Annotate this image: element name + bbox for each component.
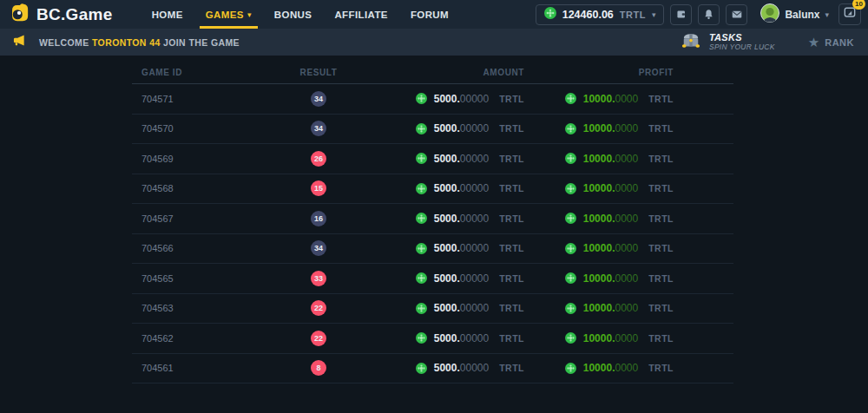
username-label: Balunx	[785, 9, 819, 21]
coin-icon	[416, 123, 427, 134]
game-id-cell: 704565	[132, 273, 271, 284]
game-id-cell: 704569	[132, 154, 271, 164]
amount-value: 5000.	[434, 182, 460, 194]
chevron-down-icon: ▾	[652, 10, 656, 19]
result-badge: 16	[311, 211, 326, 226]
amount-currency: TRTL	[499, 123, 524, 134]
top-header: BC.Game HOME GAMES ▾ BONUS AFFILIATE FOR…	[0, 0, 868, 29]
rank-label: RANK	[825, 37, 854, 48]
amount-value: 5000.	[434, 362, 460, 374]
profit-value: 10000.	[583, 153, 615, 165]
coin-icon	[565, 123, 576, 134]
profit-decimals: 0000	[615, 332, 638, 344]
profit-decimals: 0000	[615, 302, 638, 314]
column-header-game-id: GAME ID	[132, 68, 271, 77]
chat-button[interactable]: 10	[838, 3, 861, 25]
amount-decimals: 00000	[460, 182, 489, 194]
nav-forum[interactable]: FORUM	[399, 0, 460, 29]
result-badge: 8	[311, 360, 326, 376]
tasks-widget[interactable]: TASKS SPIN YOUR LUCK	[680, 31, 775, 54]
profit-decimals: 0000	[615, 93, 638, 105]
profit-value: 10000.	[583, 213, 615, 225]
profit-decimals: 0000	[615, 242, 638, 254]
coin-icon	[565, 153, 576, 164]
profit-currency: TRTL	[648, 243, 674, 253]
game-id-cell: 704567	[132, 213, 271, 224]
profit-value: 10000.	[583, 362, 615, 374]
profit-decimals: 0000	[615, 122, 638, 134]
announcement-message: WELCOME TORONTON 44 JOIN THE GAME	[12, 34, 240, 50]
profit-decimals: 0000	[615, 153, 638, 165]
chat-unread-badge: 10	[852, 0, 865, 10]
profit-decimals: 0000	[615, 182, 638, 194]
game-id-cell: 704571	[132, 94, 271, 104]
nav-home[interactable]: HOME	[141, 0, 194, 29]
table-row[interactable]: 704570 34 5000. 00000 TRTL	[132, 115, 733, 145]
amount-currency: TRTL	[499, 303, 524, 313]
amount-currency: TRTL	[499, 154, 524, 164]
balance-selector[interactable]: 124460.06 TRTL ▾	[536, 4, 665, 25]
wallet-button[interactable]	[670, 4, 692, 25]
profit-decimals: 0000	[615, 272, 638, 285]
coin-icon	[416, 153, 427, 164]
table-row[interactable]: 704562 22 5000. 00000 TRTL	[132, 324, 733, 354]
amount-currency: TRTL	[499, 273, 524, 284]
header-right: 124460.06 TRTL ▾	[536, 3, 861, 26]
rank-widget[interactable]: ★ RANK	[808, 36, 856, 49]
chevron-down-icon: ▾	[247, 10, 252, 19]
profit-currency: TRTL	[648, 333, 674, 344]
mail-icon	[731, 9, 743, 20]
table-row[interactable]: 704566 34 5000. 00000 TRTL	[132, 234, 733, 265]
notifications-button[interactable]	[698, 4, 720, 25]
bets-table: GAME ID RESULT AMOUNT PROFIT 704571 34 5…	[132, 61, 733, 384]
column-header-amount: AMOUNT	[366, 68, 524, 77]
result-badge: 26	[311, 151, 326, 167]
profit-value: 10000.	[583, 272, 615, 285]
amount-currency: TRTL	[499, 333, 524, 344]
main-nav: HOME GAMES ▾ BONUS AFFILIATE FORUM	[141, 0, 460, 29]
amount-decimals: 00000	[460, 272, 489, 285]
result-badge: 34	[311, 91, 326, 107]
game-id-cell: 704566	[132, 243, 271, 253]
column-header-result: RESULT	[271, 68, 366, 77]
chevron-down-icon: ▾	[825, 10, 829, 19]
amount-value: 5000.	[434, 213, 460, 225]
table-row[interactable]: 704568 15 5000. 00000 TRTL	[132, 174, 733, 205]
amount-decimals: 00000	[460, 213, 489, 225]
game-id-cell: 704563	[132, 303, 271, 313]
table-row[interactable]: 704571 34 5000. 00000 TRTL	[132, 84, 733, 115]
game-id-cell: 704562	[132, 333, 271, 344]
coin-icon	[565, 363, 576, 374]
user-menu[interactable]: Balunx ▾	[760, 3, 829, 26]
megaphone-icon	[12, 34, 27, 50]
balance-amount: 124460.06	[562, 9, 614, 21]
result-badge: 34	[311, 121, 326, 136]
amount-value: 5000.	[434, 332, 460, 344]
bcgame-logo-icon	[9, 2, 30, 27]
table-row[interactable]: 704561 8 5000. 00000 TRTL	[132, 354, 733, 384]
table-row[interactable]: 704563 22 5000. 00000 TRTL	[132, 294, 733, 324]
amount-currency: TRTL	[499, 213, 524, 224]
nav-bonus[interactable]: BONUS	[263, 0, 324, 29]
table-row[interactable]: 704569 26 5000. 00000 TRTL	[132, 144, 733, 174]
announcement-bar: WELCOME TORONTON 44 JOIN THE GAME TASKS …	[0, 29, 868, 56]
coin-icon	[416, 303, 427, 314]
messages-button[interactable]	[726, 4, 747, 25]
amount-value: 5000.	[434, 302, 460, 314]
nav-affiliate[interactable]: AFFILIATE	[323, 0, 399, 29]
brand-name: BC.Game	[36, 5, 113, 24]
result-badge: 34	[311, 240, 326, 256]
table-body: 704571 34 5000. 00000 TRTL	[132, 84, 733, 384]
nav-games[interactable]: GAMES ▾	[194, 0, 263, 29]
profit-currency: TRTL	[648, 94, 674, 104]
profit-currency: TRTL	[648, 213, 674, 224]
brand-logo[interactable]: BC.Game	[9, 2, 113, 27]
avatar	[760, 3, 779, 26]
coin-icon	[565, 183, 576, 194]
table-row[interactable]: 704565 33 5000. 00000 TRTL	[132, 264, 733, 294]
balance-currency: TRTL	[620, 10, 646, 20]
amount-value: 5000.	[434, 272, 460, 285]
table-row[interactable]: 704567 16 5000. 00000 TRTL	[132, 204, 733, 234]
profit-decimals: 0000	[615, 213, 638, 225]
result-badge: 33	[311, 271, 326, 286]
